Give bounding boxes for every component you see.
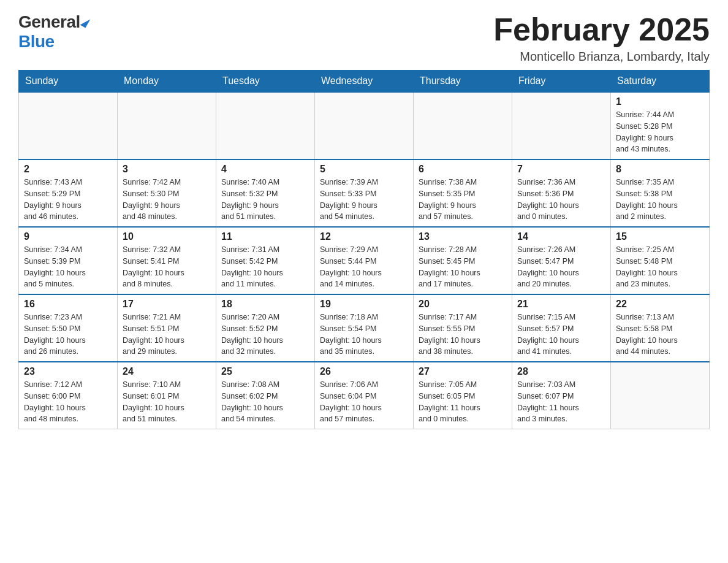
calendar-table: SundayMondayTuesdayWednesdayThursdayFrid… bbox=[18, 70, 710, 429]
day-number: 8 bbox=[616, 164, 704, 175]
logo: General Blue bbox=[18, 12, 88, 52]
day-number: 1 bbox=[616, 96, 704, 107]
day-of-week-header: Friday bbox=[512, 71, 611, 93]
day-info: Sunrise: 7:29 AMSunset: 5:44 PMDaylight:… bbox=[320, 244, 408, 290]
calendar-cell: 11Sunrise: 7:31 AMSunset: 5:42 PMDayligh… bbox=[216, 227, 315, 294]
logo-general-text: General bbox=[18, 12, 80, 32]
day-info: Sunrise: 7:34 AMSunset: 5:39 PMDaylight:… bbox=[24, 244, 112, 290]
calendar-cell: 17Sunrise: 7:21 AMSunset: 5:51 PMDayligh… bbox=[118, 294, 216, 362]
day-number: 4 bbox=[221, 164, 309, 175]
day-number: 10 bbox=[123, 231, 211, 242]
day-number: 15 bbox=[616, 231, 704, 242]
day-number: 2 bbox=[24, 164, 112, 175]
day-info: Sunrise: 7:25 AMSunset: 5:48 PMDaylight:… bbox=[616, 244, 704, 290]
day-of-week-header: Monday bbox=[118, 71, 216, 93]
day-number: 24 bbox=[123, 366, 211, 377]
day-number: 26 bbox=[320, 366, 408, 377]
month-title: February 2025 bbox=[493, 12, 710, 47]
day-info: Sunrise: 7:05 AMSunset: 6:05 PMDaylight:… bbox=[419, 379, 507, 425]
page-header: General Blue February 2025 Monticello Br… bbox=[18, 12, 710, 64]
calendar-cell: 5Sunrise: 7:39 AMSunset: 5:33 PMDaylight… bbox=[315, 159, 414, 227]
calendar-cell: 23Sunrise: 7:12 AMSunset: 6:00 PMDayligh… bbox=[19, 362, 118, 429]
calendar-cell: 16Sunrise: 7:23 AMSunset: 5:50 PMDayligh… bbox=[19, 294, 118, 362]
calendar-cell: 9Sunrise: 7:34 AMSunset: 5:39 PMDaylight… bbox=[19, 227, 118, 294]
day-info: Sunrise: 7:08 AMSunset: 6:02 PMDaylight:… bbox=[221, 379, 309, 425]
day-number: 22 bbox=[616, 299, 704, 310]
calendar-cell: 2Sunrise: 7:43 AMSunset: 5:29 PMDaylight… bbox=[19, 159, 118, 227]
calendar-cell: 18Sunrise: 7:20 AMSunset: 5:52 PMDayligh… bbox=[216, 294, 315, 362]
day-number: 27 bbox=[419, 366, 507, 377]
day-number: 23 bbox=[24, 366, 112, 377]
logo-blue-text: Blue bbox=[18, 32, 55, 51]
calendar-cell bbox=[611, 362, 710, 429]
day-of-week-header: Thursday bbox=[414, 71, 512, 93]
day-info: Sunrise: 7:35 AMSunset: 5:38 PMDaylight:… bbox=[616, 177, 704, 223]
day-info: Sunrise: 7:17 AMSunset: 5:55 PMDaylight:… bbox=[419, 312, 507, 358]
day-of-week-header: Tuesday bbox=[216, 71, 315, 93]
calendar-cell: 6Sunrise: 7:38 AMSunset: 5:35 PMDaylight… bbox=[414, 159, 512, 227]
calendar-cell bbox=[216, 92, 315, 159]
calendar-cell: 14Sunrise: 7:26 AMSunset: 5:47 PMDayligh… bbox=[512, 227, 611, 294]
calendar-cell: 25Sunrise: 7:08 AMSunset: 6:02 PMDayligh… bbox=[216, 362, 315, 429]
day-info: Sunrise: 7:10 AMSunset: 6:01 PMDaylight:… bbox=[123, 379, 211, 425]
day-info: Sunrise: 7:36 AMSunset: 5:36 PMDaylight:… bbox=[517, 177, 605, 223]
day-number: 20 bbox=[419, 299, 507, 310]
day-number: 11 bbox=[221, 231, 309, 242]
day-number: 6 bbox=[419, 164, 507, 175]
title-section: February 2025 Monticello Brianza, Lombar… bbox=[493, 12, 710, 64]
calendar-cell bbox=[118, 92, 216, 159]
calendar-week-row: 2Sunrise: 7:43 AMSunset: 5:29 PMDaylight… bbox=[19, 159, 710, 227]
calendar-cell bbox=[19, 92, 118, 159]
day-number: 21 bbox=[517, 299, 605, 310]
day-number: 18 bbox=[221, 299, 309, 310]
day-info: Sunrise: 7:13 AMSunset: 5:58 PMDaylight:… bbox=[616, 312, 704, 358]
calendar-week-row: 23Sunrise: 7:12 AMSunset: 6:00 PMDayligh… bbox=[19, 362, 710, 429]
day-info: Sunrise: 7:03 AMSunset: 6:07 PMDaylight:… bbox=[517, 379, 605, 425]
calendar-cell: 21Sunrise: 7:15 AMSunset: 5:57 PMDayligh… bbox=[512, 294, 611, 362]
calendar-cell: 26Sunrise: 7:06 AMSunset: 6:04 PMDayligh… bbox=[315, 362, 414, 429]
day-number: 25 bbox=[221, 366, 309, 377]
calendar-cell: 13Sunrise: 7:28 AMSunset: 5:45 PMDayligh… bbox=[414, 227, 512, 294]
calendar-cell: 4Sunrise: 7:40 AMSunset: 5:32 PMDaylight… bbox=[216, 159, 315, 227]
day-info: Sunrise: 7:43 AMSunset: 5:29 PMDaylight:… bbox=[24, 177, 112, 223]
day-info: Sunrise: 7:38 AMSunset: 5:35 PMDaylight:… bbox=[419, 177, 507, 223]
day-info: Sunrise: 7:39 AMSunset: 5:33 PMDaylight:… bbox=[320, 177, 408, 223]
calendar-cell bbox=[512, 92, 611, 159]
day-of-week-header: Wednesday bbox=[315, 71, 414, 93]
day-info: Sunrise: 7:31 AMSunset: 5:42 PMDaylight:… bbox=[221, 244, 309, 290]
calendar-week-row: 16Sunrise: 7:23 AMSunset: 5:50 PMDayligh… bbox=[19, 294, 710, 362]
calendar-cell: 3Sunrise: 7:42 AMSunset: 5:30 PMDaylight… bbox=[118, 159, 216, 227]
day-number: 14 bbox=[517, 231, 605, 242]
calendar-cell: 19Sunrise: 7:18 AMSunset: 5:54 PMDayligh… bbox=[315, 294, 414, 362]
calendar-week-row: 9Sunrise: 7:34 AMSunset: 5:39 PMDaylight… bbox=[19, 227, 710, 294]
day-number: 28 bbox=[517, 366, 605, 377]
calendar-week-row: 1Sunrise: 7:44 AMSunset: 5:28 PMDaylight… bbox=[19, 92, 710, 159]
day-number: 17 bbox=[123, 299, 211, 310]
calendar-cell: 15Sunrise: 7:25 AMSunset: 5:48 PMDayligh… bbox=[611, 227, 710, 294]
calendar-cell: 22Sunrise: 7:13 AMSunset: 5:58 PMDayligh… bbox=[611, 294, 710, 362]
calendar-cell: 27Sunrise: 7:05 AMSunset: 6:05 PMDayligh… bbox=[414, 362, 512, 429]
day-info: Sunrise: 7:44 AMSunset: 5:28 PMDaylight:… bbox=[616, 109, 704, 155]
location-text: Monticello Brianza, Lombardy, Italy bbox=[493, 50, 710, 64]
day-info: Sunrise: 7:42 AMSunset: 5:30 PMDaylight:… bbox=[123, 177, 211, 223]
calendar-cell: 1Sunrise: 7:44 AMSunset: 5:28 PMDaylight… bbox=[611, 92, 710, 159]
day-info: Sunrise: 7:12 AMSunset: 6:00 PMDaylight:… bbox=[24, 379, 112, 425]
day-of-week-header: Sunday bbox=[19, 71, 118, 93]
day-info: Sunrise: 7:26 AMSunset: 5:47 PMDaylight:… bbox=[517, 244, 605, 290]
calendar-cell: 8Sunrise: 7:35 AMSunset: 5:38 PMDaylight… bbox=[611, 159, 710, 227]
header-row: SundayMondayTuesdayWednesdayThursdayFrid… bbox=[19, 71, 710, 93]
calendar-cell: 7Sunrise: 7:36 AMSunset: 5:36 PMDaylight… bbox=[512, 159, 611, 227]
day-number: 7 bbox=[517, 164, 605, 175]
day-info: Sunrise: 7:28 AMSunset: 5:45 PMDaylight:… bbox=[419, 244, 507, 290]
logo-triangle-icon bbox=[80, 17, 90, 28]
calendar-cell: 10Sunrise: 7:32 AMSunset: 5:41 PMDayligh… bbox=[118, 227, 216, 294]
day-number: 16 bbox=[24, 299, 112, 310]
calendar-cell: 20Sunrise: 7:17 AMSunset: 5:55 PMDayligh… bbox=[414, 294, 512, 362]
calendar-cell: 12Sunrise: 7:29 AMSunset: 5:44 PMDayligh… bbox=[315, 227, 414, 294]
day-info: Sunrise: 7:06 AMSunset: 6:04 PMDaylight:… bbox=[320, 379, 408, 425]
calendar-cell bbox=[315, 92, 414, 159]
day-info: Sunrise: 7:23 AMSunset: 5:50 PMDaylight:… bbox=[24, 312, 112, 358]
day-number: 13 bbox=[419, 231, 507, 242]
calendar-body: 1Sunrise: 7:44 AMSunset: 5:28 PMDaylight… bbox=[19, 92, 710, 429]
day-number: 9 bbox=[24, 231, 112, 242]
